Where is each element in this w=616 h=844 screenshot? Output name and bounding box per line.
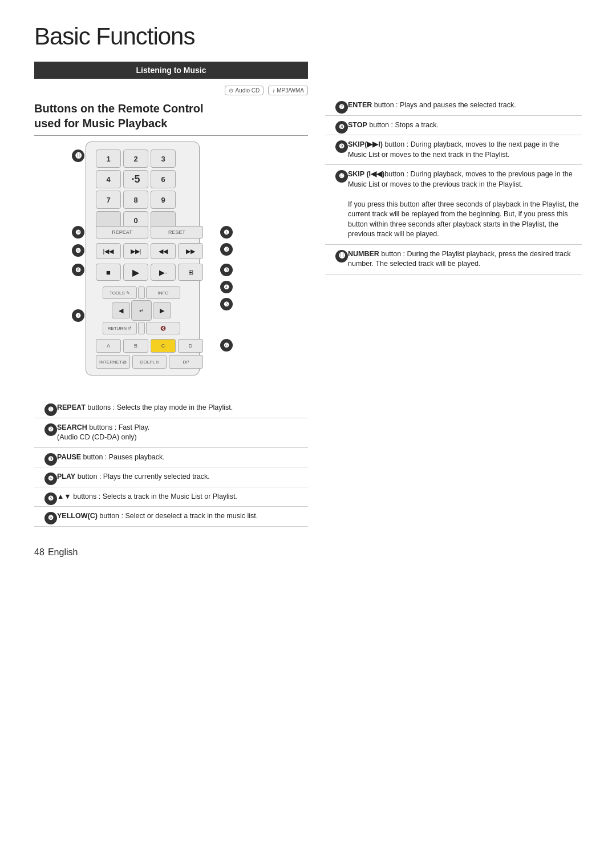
desc-text-10: SKIP (I◀◀)button : During playback, move…: [346, 165, 582, 245]
right-column: ❼ ENTER button : Plays and pauses the se…: [325, 62, 582, 387]
play-btn: ▶: [123, 264, 148, 281]
desc-row-8: ❽ STOP button : Stops a track.: [325, 115, 582, 135]
callout-8: ❽: [72, 264, 84, 276]
right-descriptions: ❼ ENTER button : Plays and pauses the se…: [325, 96, 582, 274]
desc-num-3: ❸: [34, 447, 55, 467]
btn-3: 3: [151, 150, 176, 168]
desc-text-5: ▲▼ buttons : Selects a track in the Musi…: [55, 487, 308, 507]
pause-btn: ▶·: [151, 264, 176, 281]
mute-btn: 🔇: [146, 322, 180, 334]
btn-8: 8: [123, 191, 148, 209]
nav-right: ▶: [153, 302, 171, 318]
page-label: English: [48, 547, 78, 557]
rw-btn: ◀◀: [151, 243, 176, 259]
skip-prev-btn: |◀◀: [96, 243, 121, 259]
ff-btn: ▶▶: [178, 243, 203, 259]
desc-row-11: ⓫ NUMBER button : During the Playlist pl…: [325, 244, 582, 274]
audio-cd-label: Audio CD: [235, 87, 260, 94]
desc-num-8: ❽: [325, 115, 346, 135]
btn-4: 4: [96, 170, 121, 188]
btn-b: B: [123, 339, 148, 353]
desc-text-6: YELLOW(C) button : Select or deselect a …: [55, 507, 308, 527]
numpad: 1 2 3 4 ·5 6 7 8 9 0: [96, 150, 176, 229]
mp3-label: MP3/WMA: [277, 87, 304, 94]
repeat-btn: REPEAT: [96, 226, 148, 239]
btn-c: C: [151, 339, 176, 353]
dolby-btn: DOLPL II: [132, 355, 167, 369]
desc-row-4: ❹ PLAY button : Plays the currently sele…: [34, 467, 308, 487]
desc-text-11: NUMBER button : During the Playlist play…: [346, 244, 582, 274]
desc-num-1: ❶: [34, 398, 55, 418]
page-title: Basic Functions: [34, 23, 582, 50]
btn-5: ·5: [123, 170, 148, 188]
grid-btn: ⊞: [178, 264, 203, 281]
tools-btn: TOOLS ✎: [103, 286, 137, 299]
btn-9: 9: [151, 191, 176, 209]
stop-btn: ■: [96, 264, 121, 281]
desc-text-9: SKIP(▶▶I) button : During playback, move…: [346, 135, 582, 165]
audio-cd-badge: ⊙ Audio CD: [225, 86, 264, 95]
bottom-row2: INTERNET@ DOLPL II DP: [96, 355, 203, 369]
callout-1: ❶: [220, 226, 233, 239]
mp3-icon: ♪: [272, 87, 275, 94]
btn-6: 6: [151, 170, 176, 188]
bottom-left: ❶ REPEAT buttons : Selects the play mode…: [34, 398, 308, 527]
callout-7: ❼: [72, 309, 84, 322]
repeat-row: REPEAT RESET: [96, 226, 203, 239]
nav-cluster: TOOLS ✎ INFO ◀ ↵ ▶ RETURN ↺ 🔇: [103, 286, 180, 334]
nav-left: ◀: [112, 302, 130, 318]
desc-num-9: ❾: [325, 135, 346, 165]
btn-a: A: [96, 339, 121, 353]
reset-btn: RESET: [151, 226, 203, 239]
desc-num-11: ⓫: [325, 244, 346, 274]
callout-3: ❸: [220, 264, 233, 276]
section-heading: Buttons on the Remote Control used for M…: [34, 101, 308, 136]
desc-row-2: ❷ SEARCH buttons : Fast Play.(Audio CD (…: [34, 418, 308, 447]
bottom-right: [325, 398, 582, 527]
btn-7: 7: [96, 191, 121, 209]
callout-5: ❺: [220, 298, 233, 310]
desc-num-4: ❹: [34, 467, 55, 487]
left-column: Listening to Music ⊙ Audio CD ♪ MP3/WMA …: [34, 62, 308, 387]
callout-11: ⓫: [72, 150, 84, 162]
desc-row-9: ❾ SKIP(▶▶I) button : During playback, mo…: [325, 135, 582, 165]
desc-text-4: PLAY button : Plays the currently select…: [55, 467, 308, 487]
btn-2: 2: [123, 150, 148, 168]
internet-btn: INTERNET@: [96, 355, 130, 369]
desc-num-5: ❺: [34, 487, 55, 507]
callout-4: ❹: [220, 281, 233, 293]
remote-diagram: 1 2 3 4 ·5 6 7 8 9 0 REPEAT RESET: [51, 142, 308, 387]
mp3-wma-badge: ♪ MP3/WMA: [268, 86, 308, 95]
playback-row: ■ ▶ ▶· ⊞: [96, 264, 203, 281]
bottom-row1: A B C D: [96, 339, 203, 353]
info-btn: INFO: [146, 286, 180, 299]
desc-text-1: REPEAT buttons : Selects the play mode i…: [55, 398, 308, 418]
desc-row-10: ❿ SKIP (I◀◀)button : During playback, mo…: [325, 165, 582, 245]
dp-btn: DP: [169, 355, 203, 369]
desc-text-7: ENTER button : Plays and pauses the sele…: [346, 96, 582, 115]
desc-text-3: PAUSE button : Pauses playback.: [55, 447, 308, 467]
btn-d: D: [178, 339, 203, 353]
desc-num-10: ❿: [325, 165, 346, 245]
skip-next-btn: ▶▶|: [123, 243, 148, 259]
desc-text-8: STOP button : Stops a track.: [346, 115, 582, 135]
desc-row-7: ❼ ENTER button : Plays and pauses the se…: [325, 96, 582, 115]
desc-row-5: ❺ ▲▼ buttons : Selects a track in the Mu…: [34, 487, 308, 507]
skip-row: |◀◀ ▶▶| ◀◀ ▶▶: [96, 243, 203, 259]
callout-2: ❷: [220, 243, 233, 256]
callout-6: ❻: [220, 339, 233, 352]
left-descriptions: ❶ REPEAT buttons : Selects the play mode…: [34, 398, 308, 527]
nav-enter: ↵: [131, 300, 152, 321]
callout-10: ❿: [72, 226, 84, 239]
section-header: Listening to Music: [34, 62, 308, 79]
page-number-block: 48 English: [34, 544, 582, 559]
page-number: 48: [34, 547, 44, 557]
desc-row-3: ❸ PAUSE button : Pauses playback.: [34, 447, 308, 467]
btn-1: 1: [96, 150, 121, 168]
desc-row-6: ❻ YELLOW(C) button : Select or deselect …: [34, 507, 308, 527]
desc-row-1: ❶ REPEAT buttons : Selects the play mode…: [34, 398, 308, 418]
audio-cd-icon: ⊙: [229, 87, 233, 94]
desc-num-2: ❷: [34, 418, 55, 447]
desc-num-7: ❼: [325, 96, 346, 115]
icons-row: ⊙ Audio CD ♪ MP3/WMA: [34, 86, 308, 95]
